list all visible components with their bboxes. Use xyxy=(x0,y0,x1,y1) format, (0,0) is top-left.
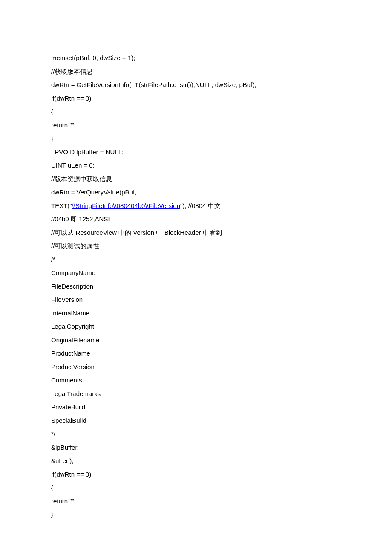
code-line: CompanyName xyxy=(51,266,341,280)
code-line: Comments xyxy=(51,373,341,387)
code-line: //版本资源中获取信息 xyxy=(51,172,341,186)
code-line: LPVOID lpBuffer = NULL; xyxy=(51,145,341,159)
code-line-with-link: TEXT("\\StringFileInfo\\080404b0\\FileVe… xyxy=(51,199,341,213)
code-line: } xyxy=(51,132,341,145)
code-line: */ xyxy=(51,427,341,441)
code-line: LegalTrademarks xyxy=(51,387,341,401)
code-text-prefix: TEXT(" xyxy=(51,202,72,209)
code-line: /* xyxy=(51,253,341,266)
code-line: //获取版本信息 xyxy=(51,65,341,78)
code-line: return ""; xyxy=(51,119,341,132)
code-line: { xyxy=(51,481,341,494)
code-line: } xyxy=(51,508,341,521)
code-line: //04b0 即 1252,ANSI xyxy=(51,212,341,226)
code-line: UINT uLen = 0; xyxy=(51,159,341,172)
code-line: return ""; xyxy=(51,494,341,508)
code-line: &uLen); xyxy=(51,454,341,468)
code-line: FileVersion xyxy=(51,293,341,306)
code-line: OriginalFilename xyxy=(51,333,341,347)
code-line: FileDescription xyxy=(51,280,341,293)
code-line: ProductName xyxy=(51,347,341,360)
code-line: memset(pBuf, 0, dwSize + 1); xyxy=(51,51,341,65)
code-line: SpecialBuild xyxy=(51,414,341,428)
code-line: ProductVersion xyxy=(51,360,341,374)
code-line: dwRtn = GetFileVersionInfo(_T(strFilePat… xyxy=(51,78,341,92)
code-line: PrivateBuild xyxy=(51,400,341,414)
document-page: memset(pBuf, 0, dwSize + 1); //获取版本信息 dw… xyxy=(0,0,392,547)
code-line: InternalName xyxy=(51,306,341,320)
code-line: if(dwRtn == 0) xyxy=(51,468,341,481)
code-line: dwRtn = VerQueryValue(pBuf, xyxy=(51,185,341,199)
code-line: &lpBuffer, xyxy=(51,441,341,454)
code-text-suffix: "), //0804 中文 xyxy=(180,202,221,209)
code-line: { xyxy=(51,105,341,119)
code-line: //可以测试的属性 xyxy=(51,239,341,253)
string-file-info-link[interactable]: \\StringFileInfo\\080404b0\\FileVersion xyxy=(72,202,180,209)
code-line: LegalCopyright xyxy=(51,320,341,333)
code-line: if(dwRtn == 0) xyxy=(51,92,341,105)
code-line: //可以从 ResourceView 中的 Version 中 BlockHea… xyxy=(51,226,341,240)
